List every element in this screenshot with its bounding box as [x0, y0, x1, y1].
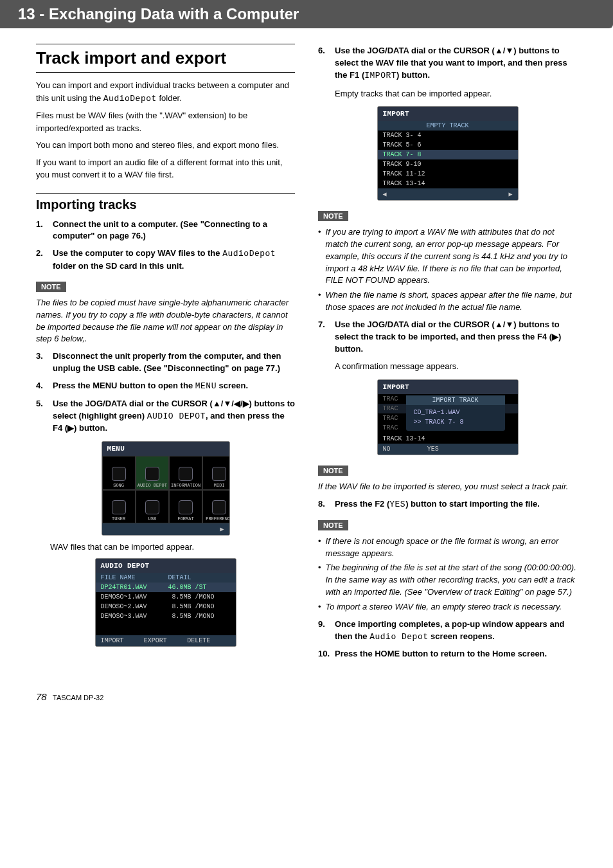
step-3: 3.Disconnect the unit properly from the …	[36, 350, 295, 375]
right-column: 6. Use the JOG/DATA dial or the CURSOR (…	[318, 40, 577, 665]
import-screenshot-1: IMPORT EMPTY TRACK TRACK 3- 4 TRACK 5- 6…	[377, 106, 519, 201]
note-label-1: NOTE	[36, 282, 66, 292]
left-column: Track import and export You can import a…	[36, 40, 295, 665]
steps-left-cont: 3.Disconnect the unit properly from the …	[36, 350, 295, 435]
step-10: 10.Press the HOME button to return to th…	[318, 648, 577, 660]
steps-left: 1.Connect the unit to a computer. (See "…	[36, 219, 295, 273]
para-2: Files must be WAV files (with the ".WAV"…	[36, 109, 295, 134]
step-4: 4. Press the MENU button to open the MEN…	[36, 380, 295, 393]
para-1: You can import and export individual tra…	[36, 79, 295, 105]
step-5: 5. Use the JOG/DATA dial or the CURSOR (…	[36, 398, 295, 435]
note-label-4: NOTE	[318, 520, 348, 530]
step-7-result: A confirmation message appears.	[335, 360, 577, 373]
import-screenshot-2: IMPORT TRAC TRAC TRAC TRAC IMPORT TRACK …	[377, 379, 519, 455]
step-1: 1.Connect the unit to a computer. (See "…	[36, 219, 295, 243]
main-content: Track import and export You can import a…	[0, 40, 613, 685]
note-4-bullet-1: If there is not enough space or the file…	[318, 536, 577, 560]
section-title: Track import and export	[36, 44, 295, 73]
note-label-3: NOTE	[318, 466, 348, 476]
note-3-body: If the WAV file to be imported is stereo…	[318, 481, 577, 493]
steps-right-7: 7.Use the JOG/DATA dial or the CURSOR (▲…	[318, 319, 577, 356]
step-6-result: Empty tracks that can be imported appear…	[335, 87, 577, 100]
step-2: 2. Use the computer to copy WAV files to…	[36, 248, 295, 273]
subsection-importing: Importing tracks	[36, 193, 295, 213]
note-4-bullet-2: The beginning of the file is set at the …	[318, 562, 577, 599]
step-7: 7.Use the JOG/DATA dial or the CURSOR (▲…	[318, 319, 577, 356]
step-6: 6. Use the JOG/DATA dial or the CURSOR (…	[318, 45, 577, 82]
step-8: 8. Press the F2 (YES) button to start im…	[318, 498, 577, 511]
audio-depot-screenshot: AUDIO DEPOT FILE NAMEDETAIL DP24TR01.WAV…	[95, 558, 236, 647]
note-2-bullet-1: If you are trying to import a WAV file w…	[318, 226, 577, 287]
note-1-body: The files to be copied must have single-…	[36, 297, 295, 345]
note-label-2: NOTE	[318, 211, 348, 221]
caption-wav-files: WAV files that can be imported appear.	[50, 542, 295, 552]
page-footer: 78 TASCAM DP-32	[0, 685, 613, 728]
menu-screenshot: MENU SONG AUDIO DEPOT INFORMATION MIDI T…	[102, 441, 230, 535]
para-3: You can import both mono and stereo file…	[36, 139, 295, 152]
note-2-list: If you are trying to import a WAV file w…	[318, 226, 577, 314]
steps-right-8: 8. Press the F2 (YES) button to start im…	[318, 498, 577, 511]
step-9: 9. Once importing completes, a pop-up wi…	[318, 619, 577, 644]
para-4: If you want to import an audio file of a…	[36, 156, 295, 181]
note-2-bullet-2: When the file name is short, spaces appe…	[318, 289, 577, 314]
steps-right-6: 6. Use the JOG/DATA dial or the CURSOR (…	[318, 45, 577, 82]
steps-right-9-10: 9. Once importing completes, a pop-up wi…	[318, 619, 577, 661]
note-4-bullet-3: To import a stereo WAV file, an empty st…	[318, 601, 577, 613]
chapter-header: 13 - Exchanging Data with a Computer	[0, 0, 613, 28]
note-4-list: If there is not enough space or the file…	[318, 536, 577, 613]
